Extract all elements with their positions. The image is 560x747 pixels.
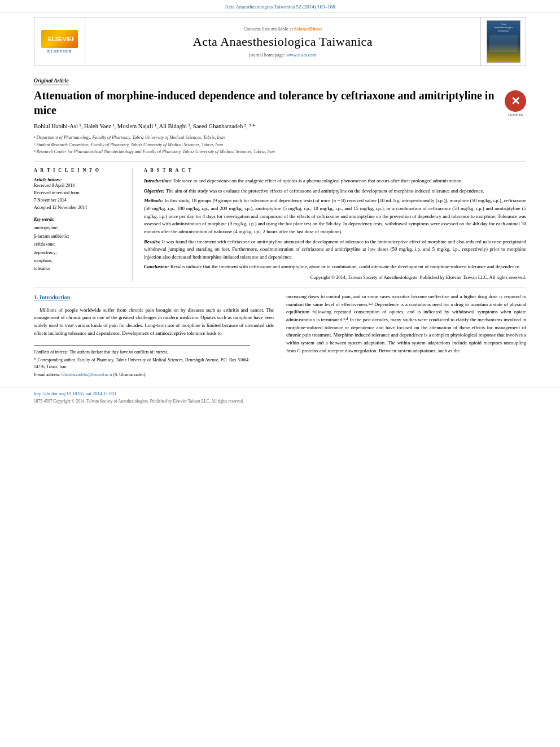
elsevier-logo-block: ELSEVIER ELSEVIER	[34, 18, 85, 65]
conclusion-label: Conclusion:	[144, 264, 169, 269]
keyword-4: morphine;	[34, 257, 125, 265]
body-col1-text: Millions of people worldwide suffer from…	[34, 307, 274, 338]
footnote-corresponding: * Corresponding author. Faculty of Pharm…	[34, 357, 250, 370]
article-history-2: 7 November 2014	[34, 197, 125, 204]
methods-label: Methods:	[144, 198, 163, 203]
abstract-heading: A B S T R A C T	[144, 168, 526, 173]
top-header: Acta Anaesthesiologica Taiwanica 52 (201…	[0, 0, 560, 12]
article-type-label: Original Article	[34, 78, 69, 85]
article-title-row: Attenuation of morphine-induced dependen…	[34, 88, 526, 117]
objective-text: The aim of this study was to evaluate th…	[166, 188, 484, 194]
footnote-email: E-mail address: Ghanbarzadehs@tbzmed.ac.…	[34, 372, 250, 378]
footnote-email-link[interactable]: Ghanbarzadehs@tbzmed.ac.ir	[62, 372, 112, 377]
article-info-heading: A R T I C L E I N F O	[34, 168, 125, 173]
methods-text: In this study, 18 groups (9 groups each …	[144, 198, 526, 234]
journal-cover-block: ActaAnaesthesiologicaTaiwanica	[480, 18, 526, 65]
cover-text: ActaAnaesthesiologicaTaiwanica	[494, 23, 513, 33]
elsevier-logo-graphic: ELSEVIER	[41, 30, 78, 48]
objective-label: Objective:	[144, 188, 165, 194]
affiliations-block: ¹ Department of Pharmacology, Faculty of…	[34, 134, 526, 156]
article-history-1: Received in revised form	[34, 190, 125, 197]
crossmark-icon: ✕	[505, 90, 526, 112]
homepage-line: journal homepage: www.e-aat.com	[250, 52, 317, 58]
article-history-3: Accepted 12 November 2014	[34, 204, 125, 212]
abstract-copyright: Copyright © 2014, Taiwan Society of Anes…	[144, 274, 526, 281]
abstract-col: A B S T R A C T Introduction: Tolerance …	[144, 168, 526, 281]
crossmark-label: CrossMark	[505, 113, 526, 116]
article-info-col: A R T I C L E I N F O Article history: R…	[34, 168, 133, 281]
affiliation-2: ² Student Research Committee, Faculty of…	[34, 142, 526, 149]
keyword-3: dependency;	[34, 249, 125, 257]
journal-cover-thumbnail: ActaAnaesthesiologicaTaiwanica	[487, 20, 520, 63]
keywords-block: Key words: amitriptyline; β-lactam antib…	[34, 217, 125, 273]
main-content: Original Article Attenuation of morphine…	[0, 66, 560, 378]
doi-link[interactable]: http://dx.doi.org/10.1016/j.aat.2014.11.…	[34, 391, 526, 396]
journal-header-box: ELSEVIER ELSEVIER Contents lists availab…	[34, 17, 526, 66]
article-title: Attenuation of morphine-induced dependen…	[34, 88, 499, 117]
body-col-left: 1. Introduction Millions of people world…	[34, 293, 274, 378]
journal-main-title: Acta Anaesthesiologica Taiwanica	[193, 34, 373, 49]
article-history-label: Article history:	[34, 177, 125, 182]
keyword-5: tolerance	[34, 265, 125, 273]
section-divider	[34, 287, 526, 287]
abstract-intro: Introduction: Tolerance to and dependenc…	[144, 177, 526, 185]
authors-line: Bohlul Habibi-Asl ¹, Haleh Vaez ¹, Mosle…	[34, 122, 526, 132]
abstract-conclusion: Conclusion: Results indicate that the tr…	[144, 263, 526, 271]
article-type-block: Original Article	[34, 77, 526, 84]
elsevier-text: ELSEVIER	[47, 49, 72, 54]
journal-title-block: Contents lists available at ScienceDirec…	[85, 18, 480, 65]
article-history-block: Article history: Received 9 April 2014 R…	[34, 177, 125, 211]
abstract-methods: Methods: In this study, 18 groups (9 gro…	[144, 197, 526, 235]
footnotes-block: Conflicts of interest: The authors decla…	[34, 346, 250, 378]
crossmark-block: ✕ CrossMark	[505, 90, 526, 116]
affiliation-3: ³ Research Center for Pharmaceutical Nan…	[34, 148, 526, 156]
section1-title: 1. Introduction	[34, 293, 274, 302]
body-col2-text: increasing doses to control pain, and in…	[286, 293, 526, 355]
intro-text: Tolerance to and dependence on the analg…	[173, 178, 463, 184]
footnote-conflict: Conflicts of interest: The authors decla…	[34, 349, 250, 356]
intro-label: Introduction:	[144, 178, 172, 184]
results-label: Results:	[144, 239, 160, 244]
info-abstract-section: A R T I C L E I N F O Article history: R…	[34, 161, 526, 281]
keyword-2: ceftriaxone;	[34, 241, 125, 248]
page: Acta Anaesthesiologica Taiwanica 52 (201…	[0, 0, 560, 418]
elsevier-logo-svg: ELSEVIER	[46, 33, 74, 45]
affiliation-1: ¹ Department of Pharmacology, Faculty of…	[34, 134, 526, 142]
keyword-0: amitriptyline;	[34, 224, 125, 232]
body-col-right: increasing doses to control pain, and in…	[286, 293, 526, 378]
journal-ref-link[interactable]: Acta Anaesthesiologica Taiwanica 52 (201…	[225, 4, 335, 10]
keyword-1: β-lactam antibiotic;	[34, 233, 125, 241]
bottom-bar: http://dx.doi.org/10.1016/j.aat.2014.11.…	[0, 387, 560, 407]
sciencedirect-text: Contents lists available at ScienceDirec…	[244, 26, 322, 32]
homepage-link[interactable]: www.e-aat.com	[286, 52, 316, 58]
abstract-objective: Objective: The aim of this study was to …	[144, 187, 526, 195]
keywords-label: Key words:	[34, 217, 125, 222]
results-text: It was found that treatment with ceftria…	[144, 239, 526, 260]
body-section: 1. Introduction Millions of people world…	[34, 293, 526, 378]
svg-text:ELSEVIER: ELSEVIER	[48, 36, 74, 42]
issn-copyright: 1875-4597/Copyright © 2014, Taiwan Socie…	[34, 399, 244, 404]
abstract-results: Results: It was found that treatment wit…	[144, 238, 526, 261]
conclusion-text: Results indicate that the treatment with…	[170, 264, 520, 269]
abstract-text: Introduction: Tolerance to and dependenc…	[144, 177, 526, 281]
article-history-0: Received 9 April 2014	[34, 182, 125, 190]
sciencedirect-link[interactable]: ScienceDirect	[294, 26, 322, 32]
keywords-list: amitriptyline; β-lactam antibiotic; ceft…	[34, 224, 125, 273]
